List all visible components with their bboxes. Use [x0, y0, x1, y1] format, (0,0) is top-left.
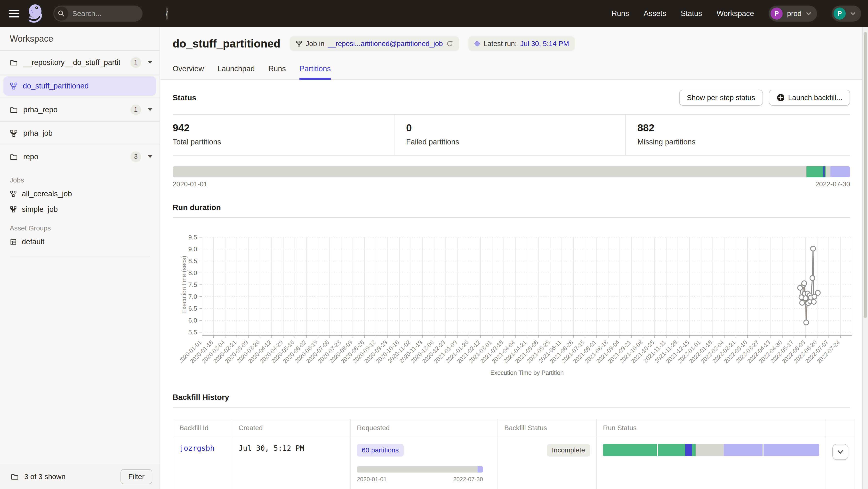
tab-runs[interactable]: Runs [269, 64, 286, 79]
stat-label: Total partitions [173, 138, 394, 146]
partition-status-bar[interactable] [173, 166, 850, 177]
deployment-label: prod [787, 9, 802, 18]
launch-backfill-button[interactable]: Launch backfill... [769, 90, 850, 106]
folder-icon [10, 58, 18, 67]
row-expand-button[interactable] [832, 444, 848, 460]
requested-end-date: 2022-07-30 [453, 476, 483, 483]
nav-runs[interactable]: Runs [612, 9, 629, 18]
job-tabs: Overview Launchpad Runs Partitions [173, 64, 850, 79]
backfill-status-badge: Incomplete [547, 444, 590, 457]
refresh-icon[interactable] [446, 40, 454, 47]
topbar: / Runs Assets Status Workspace P prod P [0, 0, 868, 27]
caret-down-icon[interactable] [148, 108, 152, 111]
sidebar-repo-do-stuff[interactable]: __repository__do_stuff_partitio... 1 [0, 51, 159, 74]
requested-start-date: 2020-01-01 [357, 476, 387, 483]
nav-workspace[interactable]: Workspace [716, 9, 754, 18]
sidebar-footer: 3 of 3 shown Filter [0, 464, 159, 489]
chevron-down-icon [850, 11, 856, 16]
deployment-avatar: P [771, 7, 783, 20]
repo-label: prha_repo [23, 105, 58, 114]
caret-down-icon[interactable] [148, 155, 152, 158]
requested-partitions-tag[interactable]: 60 partitions [357, 444, 404, 457]
tab-partitions[interactable]: Partitions [300, 64, 331, 79]
col-requested: Requested [350, 419, 498, 437]
page-title: do_stuff_partitioned [173, 37, 281, 50]
dagster-logo-icon [26, 3, 44, 24]
scrollbar-thumb[interactable] [864, 32, 867, 318]
stat-label: Missing partitions [638, 138, 850, 146]
backfill-history-table: Backfill Id Created Requested Backfill S… [173, 419, 855, 489]
nav-status[interactable]: Status [681, 9, 702, 18]
backfill-created: Jul 30, 5:12 PM [239, 444, 304, 452]
sidebar-title: Workspace [0, 27, 159, 51]
folder-icon [10, 106, 18, 114]
col-created: Created [232, 419, 350, 437]
partition-stats: 942 Total partitions 0 Failed partitions… [173, 115, 850, 156]
stat-missing-partitions: 882 Missing partitions [625, 115, 850, 155]
sidebar-item-all-cereals-job[interactable]: all_cereals_job [10, 186, 150, 202]
backfill-id-link[interactable]: jozrgsbh [179, 444, 215, 452]
search-icon [54, 6, 68, 21]
plus-circle-icon [777, 94, 785, 102]
tab-overview[interactable]: Overview [173, 64, 204, 79]
sidebar-item-default-asset-group[interactable]: default [10, 234, 150, 250]
col-backfill-id: Backfill Id [173, 419, 232, 437]
search-input[interactable] [68, 9, 166, 18]
svg-text:8.0: 8.0 [188, 269, 197, 276]
repo-label: repo [23, 153, 38, 161]
latest-run-label: Latest run: [484, 40, 517, 48]
global-search[interactable]: / [53, 6, 143, 22]
stat-total-partitions: 942 Total partitions [173, 115, 394, 155]
tab-launchpad[interactable]: Launchpad [217, 64, 255, 79]
asset-groups-section-label: Asset Groups [10, 224, 150, 232]
svg-text:8.5: 8.5 [188, 257, 197, 265]
job-label: all_cereals_job [22, 190, 72, 198]
stat-value: 942 [173, 122, 394, 134]
job-icon [296, 40, 302, 47]
launch-backfill-label: Launch backfill... [788, 94, 842, 102]
sidebar-repo-repo[interactable]: repo 3 [0, 145, 159, 168]
sidebar-repo-prha[interactable]: prha_repo 1 [0, 98, 159, 121]
latest-run-link[interactable]: Jul 30, 5:14 PM [520, 40, 569, 48]
filter-button[interactable]: Filter [121, 469, 152, 484]
folder-icon [11, 472, 19, 481]
job-icon [10, 82, 18, 90]
dagster-app: / Runs Assets Status Workspace P prod P [0, 0, 868, 489]
run-duration-heading: Run duration [173, 203, 850, 218]
svg-text:7.0: 7.0 [188, 293, 197, 300]
sidebar-jobs-section: Jobs all_cereals_job [0, 168, 159, 256]
table-header-row: Backfill Id Created Requested Backfill S… [173, 419, 854, 437]
chevron-down-icon [806, 11, 812, 16]
job-origin-link[interactable]: __reposi...artitioned@partitioned_job [328, 40, 443, 48]
main-scrollbar [862, 27, 868, 489]
run-status-bar[interactable] [603, 444, 819, 456]
run-duration-chart: 5.56.06.57.07.58.08.59.09.52020-01-01202… [180, 228, 850, 379]
stat-value: 0 [406, 122, 625, 134]
asset-group-icon [10, 238, 17, 246]
repo-count-badge: 3 [130, 152, 141, 162]
repo-label: __repository__do_stuff_partitio... [23, 58, 120, 67]
job-label: do_stuff_partitioned [23, 82, 89, 90]
caret-down-icon[interactable] [148, 61, 152, 64]
partition-bar-end-date: 2022-07-30 [815, 180, 850, 188]
backfill-history-heading: Backfill History [173, 393, 850, 408]
job-label: simple_job [22, 205, 58, 214]
stat-failed-partitions: 0 Failed partitions [394, 115, 625, 155]
jobs-section-label: Jobs [10, 176, 150, 184]
svg-text:9.5: 9.5 [188, 234, 197, 241]
svg-text:Execution time (secs): Execution time (secs) [181, 256, 187, 314]
user-menu[interactable]: P [832, 6, 861, 22]
nav-assets[interactable]: Assets [644, 9, 666, 18]
show-per-step-status-button[interactable]: Show per-step status [679, 90, 763, 106]
col-run-status: Run Status [596, 419, 826, 437]
sidebar-item-do-stuff-partitioned[interactable]: do_stuff_partitioned [3, 76, 156, 96]
repo-count-badge: 1 [130, 57, 141, 68]
stat-value: 882 [638, 122, 850, 134]
sidebar-item-prha-job[interactable]: prha_job [0, 121, 159, 145]
hamburger-menu-icon[interactable] [9, 8, 20, 20]
topbar-nav: Runs Assets Status Workspace P prod P [612, 6, 868, 22]
sidebar-item-simple-job[interactable]: simple_job [10, 202, 150, 217]
job-header: do_stuff_partitioned Job in __reposi...a… [160, 27, 862, 80]
svg-text:9.0: 9.0 [188, 246, 197, 253]
deployment-switcher[interactable]: P prod [769, 6, 817, 22]
